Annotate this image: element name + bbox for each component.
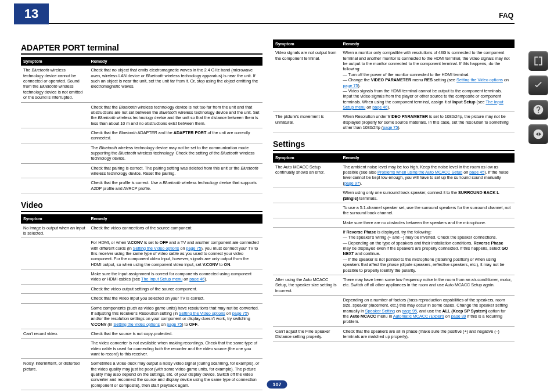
table-row: Make sure the input assignment is correc… — [21, 269, 262, 285]
symptom-cell — [21, 339, 88, 359]
symptom-cell — [21, 102, 88, 128]
symptom-cell — [273, 218, 340, 227]
section-title-adapter: ADAPTER PORT terminal — [21, 43, 262, 55]
symptom-cell — [21, 128, 88, 143]
symptom-cell — [21, 294, 88, 303]
symptom-cell — [21, 163, 88, 178]
help-icon[interactable] — [528, 100, 548, 120]
table-row: Check the video output settings of the s… — [21, 284, 262, 293]
remedy-cell: Check that the profile is correct. Use a… — [88, 178, 262, 193]
table-row: Can't adjust the Fine Speaker Distance s… — [273, 326, 515, 341]
remedy-cell: There may have been some low frequency n… — [340, 275, 515, 295]
symptom-cell: After using the Auto MCACC Setup, the sp… — [273, 275, 340, 295]
remedy-cell: Some components (such as video game unit… — [88, 303, 262, 329]
remedy-cell: Sometimes a video deck may output a nois… — [88, 359, 262, 390]
page-number-badge: 107 — [267, 380, 287, 389]
symptom-cell: The Bluetooth wireless technology device… — [21, 66, 88, 102]
symptom-cell — [21, 178, 88, 193]
table-settings: SymptomRemedy The Auto MCACC Setup conti… — [273, 153, 515, 341]
table-row: If Reverse Phase is displayed, try the f… — [273, 227, 515, 275]
table-row: Video signals are not output from the co… — [273, 48, 515, 112]
section-title-video: Video — [21, 200, 262, 212]
check-icon[interactable] — [528, 75, 548, 95]
symptom-cell — [21, 238, 88, 269]
book-icon[interactable] — [528, 51, 548, 71]
table-row: Some components (such as video game unit… — [21, 303, 262, 329]
table-row: The video converter is not available whe… — [21, 339, 262, 359]
symptom-cell — [273, 203, 340, 218]
section-title-settings: Settings — [273, 139, 515, 151]
side-nav-icons — [528, 51, 548, 144]
remedy-cell: Depending on a number of factors (bass r… — [340, 295, 515, 326]
right-column: SymptomRemedy Video signals are not outp… — [273, 39, 515, 390]
symptom-cell: Can't record video. — [21, 329, 88, 338]
table-video-cont: SymptomRemedy Video signals are not outp… — [273, 39, 515, 132]
table-row: The Auto MCACC Setup continually shows a… — [273, 163, 515, 188]
remedy-cell: Check that the Bluetooth wireless techno… — [88, 102, 262, 128]
remedy-cell: For HDMI, or when V.CONV is set to OFF a… — [88, 238, 262, 269]
table-row: Check that pairing is correct. The pairi… — [21, 163, 262, 178]
symptom-cell: No image is output when an input is sele… — [21, 224, 88, 238]
table-row: Check that the profile is correct. Use a… — [21, 178, 262, 193]
table-row: Make sure there are no obstacles between… — [273, 218, 515, 227]
symptom-cell: Can't adjust the Fine Speaker Distance s… — [273, 326, 340, 341]
remedy-cell: Check that the Bluetooth ADAPTER and the… — [88, 128, 262, 143]
symptom-cell: Video signals are not output from the co… — [273, 48, 340, 112]
symptom-cell — [273, 188, 340, 203]
page-header-label: FAQ — [499, 12, 513, 20]
remedy-cell: Check the video connections of the sourc… — [88, 224, 262, 238]
table-row: Check that the video input you selected … — [21, 294, 262, 303]
symptom-cell — [21, 284, 88, 293]
table-row: The Bluetooth wireless technology device… — [21, 143, 262, 163]
table-row: To use a 5.1-channel speaker set, use th… — [273, 203, 515, 218]
symptom-cell — [273, 295, 340, 326]
symptom-cell: Noisy, intermittent, or distorted pictur… — [21, 359, 88, 390]
table-row: For HDMI, or when V.CONV is set to OFF a… — [21, 238, 262, 269]
chapter-number: 13 — [14, 3, 49, 24]
table-adapter-port: SymptomRemedy The Bluetooth wireless tec… — [21, 57, 262, 193]
horizontal-rule — [14, 23, 515, 24]
table-row: The Bluetooth wireless technology device… — [21, 66, 262, 102]
remedy-cell: Check that the video input you selected … — [88, 294, 262, 303]
symptom-cell: The picture's movement is unnatural. — [273, 112, 340, 132]
remedy-cell: Check that the speakers are all in phase… — [340, 326, 515, 341]
remedy-cell: If Reverse Phase is displayed, try the f… — [340, 227, 515, 275]
audio-icon[interactable] — [528, 124, 548, 144]
table-row: When using only one surround back speake… — [273, 188, 515, 203]
symptom-cell — [21, 143, 88, 163]
table-row: Depending on a number of factors (bass r… — [273, 295, 515, 326]
remedy-cell: Check that pairing is correct. The pairi… — [88, 163, 262, 178]
remedy-cell: Make sure the input assignment is correc… — [88, 269, 262, 285]
table-row: After using the Auto MCACC Setup, the sp… — [273, 275, 515, 295]
remedy-cell: When Resolution under VIDEO PARAMETER is… — [340, 112, 515, 132]
remedy-cell: When a monitor only compatible with reso… — [340, 48, 515, 112]
table-row: No image is output when an input is sele… — [21, 224, 262, 238]
left-column: ADAPTER PORT terminal SymptomRemedy The … — [21, 39, 262, 390]
symptom-cell — [273, 227, 340, 275]
table-row: Check that the Bluetooth ADAPTER and the… — [21, 128, 262, 143]
table-row: Noisy, intermittent, or distorted pictur… — [21, 359, 262, 390]
symptom-cell — [21, 269, 88, 285]
table-row: Check that the Bluetooth wireless techno… — [21, 102, 262, 128]
remedy-cell: Check that the source is not copy-protec… — [88, 329, 262, 338]
remedy-cell: To use a 5.1-channel speaker set, use th… — [340, 203, 515, 218]
remedy-cell: The video converter is not available whe… — [88, 339, 262, 359]
remedy-cell: When using only one surround back speake… — [340, 188, 515, 203]
remedy-cell: Check that no object that emits electrom… — [88, 66, 262, 102]
remedy-cell: The ambient noise level may be too high.… — [340, 163, 515, 188]
symptom-cell — [21, 303, 88, 329]
table-video: SymptomRemedy No image is output when an… — [21, 214, 262, 390]
symptom-cell: The Auto MCACC Setup continually shows a… — [273, 163, 340, 188]
remedy-cell: The Bluetooth wireless technology device… — [88, 143, 262, 163]
table-row: The picture's movement is unnatural.When… — [273, 112, 515, 132]
remedy-cell: Make sure there are no obstacles between… — [340, 218, 515, 227]
remedy-cell: Check the video output settings of the s… — [88, 284, 262, 293]
table-row: Can't record video.Check that the source… — [21, 329, 262, 338]
